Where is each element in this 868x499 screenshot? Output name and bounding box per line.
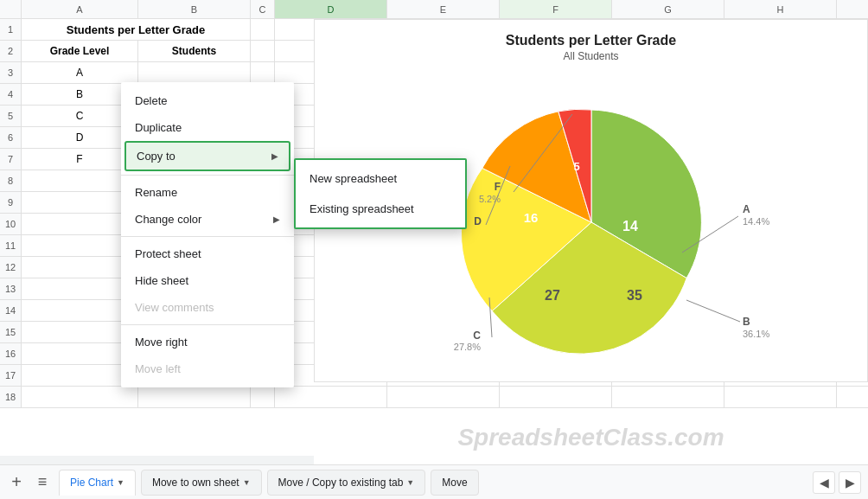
svg-text:27.8%: 27.8% — [453, 342, 480, 352]
menu-item-rename[interactable]: Rename — [121, 179, 294, 206]
cell-b2[interactable]: Students — [138, 41, 251, 61]
row-number: 10 — [0, 214, 22, 234]
horizontal-scrollbar[interactable] — [0, 456, 314, 464]
col-header-a[interactable]: A — [22, 0, 138, 18]
row-number: 14 — [0, 300, 22, 321]
row-number: 16 — [0, 343, 22, 364]
col-header-e[interactable]: E — [387, 0, 500, 18]
row-number: 5 — [0, 106, 22, 126]
context-menu: Delete Duplicate Copy to ▶ Rename Change… — [121, 82, 294, 387]
bottom-bar: + ≡ Pie Chart ▼ Move to own sheet ▼ Move… — [0, 464, 868, 499]
color-submenu-arrow-icon: ▶ — [273, 214, 280, 224]
svg-text:14.4%: 14.4% — [743, 216, 769, 227]
move-copy-existing-arrow-icon[interactable]: ▼ — [406, 478, 414, 487]
row-number: 18 — [0, 387, 22, 407]
cell-a3[interactable]: A — [22, 62, 138, 83]
col-header-b[interactable]: B — [138, 0, 251, 18]
cell-b3[interactable] — [138, 62, 251, 83]
menu-item-copy-to[interactable]: Copy to ▶ — [124, 141, 290, 171]
move-button[interactable]: Move — [431, 470, 478, 496]
chart-subtitle: All Students — [315, 50, 867, 62]
row-number: 17 — [0, 365, 22, 386]
menu-item-protect-sheet[interactable]: Protect sheet — [121, 240, 294, 267]
column-headers: A B C D E F G H — [0, 0, 868, 19]
move-to-own-sheet-button[interactable]: Move to own sheet ▼ — [141, 470, 262, 496]
sheet-tab-label: Pie Chart — [70, 477, 113, 489]
svg-text:C: C — [473, 329, 481, 342]
corner-cell — [0, 0, 22, 18]
sheet-tab-dropdown-icon[interactable]: ▼ — [117, 478, 124, 487]
row-number: 1 — [0, 19, 22, 40]
svg-text:B: B — [743, 316, 750, 328]
sheet-nav-arrows: ◀ ▶ — [813, 471, 861, 494]
table-row: 18 — [0, 387, 868, 408]
menu-item-delete[interactable]: Delete — [121, 87, 294, 114]
menu-item-move-right[interactable]: Move right — [121, 329, 294, 355]
row-number: 6 — [0, 127, 22, 148]
menu-divider — [121, 175, 294, 176]
col-header-h[interactable]: H — [724, 0, 837, 18]
row-number: 11 — [0, 235, 22, 256]
submenu-arrow-icon: ▶ — [271, 151, 278, 161]
menu-item-move-left: Move left — [121, 355, 294, 382]
row-number: 4 — [0, 84, 22, 105]
move-copy-to-existing-button[interactable]: Move / Copy to existing tab ▼ — [267, 470, 426, 496]
row-number: 13 — [0, 278, 22, 299]
col-header-g[interactable]: G — [612, 0, 724, 18]
menu-divider-3 — [121, 324, 294, 325]
move-label: Move — [442, 477, 467, 489]
move-copy-existing-label: Move / Copy to existing tab — [278, 477, 404, 489]
svg-text:D: D — [474, 215, 482, 227]
row-number: 3 — [0, 62, 22, 83]
svg-text:A: A — [743, 203, 750, 215]
submenu-item-existing-spreadsheet[interactable]: Existing spreadsheet — [296, 194, 465, 224]
sheet-tab-pie-chart[interactable]: Pie Chart ▼ — [59, 470, 136, 496]
svg-text:27: 27 — [545, 288, 560, 303]
row-number: 7 — [0, 149, 22, 170]
add-sheet-button[interactable]: + — [3, 470, 29, 496]
menu-item-view-comments: View comments — [121, 294, 294, 321]
row-number: 15 — [0, 322, 22, 342]
svg-text:16: 16 — [523, 210, 538, 225]
cell-c1[interactable] — [251, 19, 275, 40]
cell-a2[interactable]: Grade Level — [22, 41, 138, 61]
svg-text:14: 14 — [622, 219, 638, 234]
svg-text:5: 5 — [573, 160, 579, 173]
sheet-nav-prev-button[interactable]: ◀ — [813, 471, 835, 494]
col-header-c[interactable]: C — [251, 0, 275, 18]
menu-item-duplicate[interactable]: Duplicate — [121, 114, 294, 141]
svg-text:35: 35 — [627, 288, 642, 303]
sheet-nav-next-button[interactable]: ▶ — [839, 471, 861, 494]
col-header-f[interactable]: F — [500, 0, 612, 18]
row-number: 8 — [0, 170, 22, 191]
col-header-d[interactable]: D — [275, 0, 387, 18]
submenu-item-new-spreadsheet[interactable]: New spreadsheet — [296, 163, 465, 194]
move-own-sheet-arrow-icon[interactable]: ▼ — [243, 478, 251, 487]
cell-c2[interactable] — [251, 41, 275, 61]
menu-item-change-color[interactable]: Change color ▶ — [121, 206, 294, 233]
move-to-own-sheet-label: Move to own sheet — [152, 477, 239, 489]
cell-c3[interactable] — [251, 62, 275, 83]
menu-item-hide-sheet[interactable]: Hide sheet — [121, 267, 294, 294]
svg-text:36.1%: 36.1% — [743, 329, 769, 339]
sheet-menu-button[interactable]: ≡ — [29, 470, 55, 496]
menu-divider-2 — [121, 236, 294, 237]
row-number: 12 — [0, 257, 22, 278]
svg-text:5.2%: 5.2% — [478, 194, 500, 204]
svg-line-16 — [686, 300, 740, 322]
chart-title: Students per Letter Grade — [315, 33, 867, 48]
row-number: 2 — [0, 41, 22, 61]
copy-to-submenu: New spreadsheet Existing spreadsheet — [294, 158, 467, 229]
cell-a1[interactable]: Students per Letter Grade — [22, 19, 251, 40]
row-number: 9 — [0, 192, 22, 213]
